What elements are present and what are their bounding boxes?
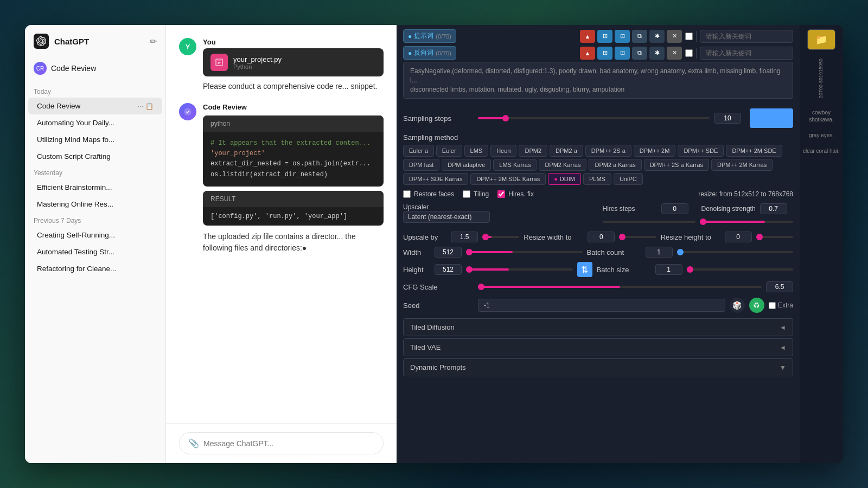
positive-prompt-row: ● 提示词 (0/75) ▲ ⊞ ⊡ ⧉ ✱ ✕	[403, 29, 793, 43]
width-slider[interactable]	[466, 247, 583, 258]
dynamic-prompts-header[interactable]: Dynamic Prompts ▼	[404, 359, 793, 376]
neg-label-text: 反向词	[414, 48, 433, 57]
method-dpmpp2msdekarras[interactable]: DPM++ 2M SDE Karras	[470, 173, 546, 185]
swap-wh-button[interactable]: ⇅	[577, 262, 592, 277]
prompt-btn-blue-1[interactable]: ⊞	[597, 30, 612, 43]
tiling-checkbox[interactable]	[463, 190, 470, 198]
tiled-vae-header[interactable]: Tiled VAE ◄	[404, 339, 793, 356]
chat-input[interactable]	[203, 439, 374, 448]
width-value[interactable]: 512	[435, 247, 462, 258]
height-value[interactable]: 512	[435, 264, 462, 275]
hires-steps-slider[interactable]	[603, 216, 696, 227]
method-lmskarras[interactable]: LMS Karras	[493, 159, 537, 171]
method-dpmppsdekarras[interactable]: DPM++ SDE Karras	[403, 173, 468, 185]
neg-btn-dark-2[interactable]: ✱	[649, 47, 665, 60]
ai-sender: Code Review	[203, 103, 384, 111]
resize-width-slider[interactable]	[619, 232, 656, 242]
denoising-value[interactable]: 0.7	[760, 203, 787, 214]
hires-steps-value[interactable]: 0	[661, 203, 688, 214]
sidebar-header: ChatGPT ✏	[25, 34, 165, 57]
method-euler[interactable]: Euler	[436, 145, 462, 157]
resize-height-slider[interactable]	[756, 232, 793, 242]
method-heun[interactable]: Heun	[490, 145, 516, 157]
chat-item-label: Utilizing Mind Maps fo...	[37, 136, 154, 144]
sidebar-brand: ChatGPT	[34, 34, 89, 49]
prompt-btn-dark-2[interactable]: ✱	[649, 30, 665, 43]
method-dpmpp2m[interactable]: DPM++ 2M	[634, 145, 676, 157]
seed-dice-button[interactable]: 🎲	[730, 298, 745, 313]
method-lms[interactable]: LMS	[464, 145, 489, 157]
chat-item-code-review[interactable]: Code Review ··· 📋	[28, 98, 162, 114]
more-icon[interactable]: ···	[138, 102, 143, 110]
prompt-btn-blue-2[interactable]: ⊡	[615, 30, 630, 43]
batch-count-slider[interactable]	[677, 247, 794, 258]
chat-item-refactoring[interactable]: Refactoring for Cleane...	[28, 260, 162, 277]
method-dpmpp2sakarras[interactable]: DPM++ 2S a Karras	[644, 159, 709, 171]
chat-item-self-running[interactable]: Creating Self-Running...	[28, 227, 162, 243]
cfg-slider[interactable]	[478, 281, 762, 292]
upscale-by-slider[interactable]	[482, 232, 519, 242]
neg-btn-dark-1[interactable]: ⧉	[632, 47, 647, 60]
chat-item-online-res[interactable]: Mastering Online Res...	[28, 196, 162, 213]
seed-label: Seed	[403, 301, 474, 310]
neg-counter: (0/75)	[436, 50, 451, 56]
restore-faces-checkbox[interactable]	[403, 190, 411, 198]
lora-checkbox[interactable]	[685, 33, 693, 40]
method-dpmpp2msde[interactable]: DPM++ 2M SDE	[726, 145, 782, 157]
code-lang-header: python	[203, 115, 384, 132]
height-slider[interactable]	[466, 264, 573, 275]
upscaler-select[interactable]: Latent (nearest-exact)	[403, 211, 490, 223]
prompt-btn-dark-1[interactable]: ⧉	[632, 30, 647, 43]
neg-btn-blue-1[interactable]: ⊞	[597, 47, 612, 60]
width-height-row: Width 512 Batch count 1	[403, 247, 793, 258]
batch-size-slider[interactable]	[687, 264, 794, 275]
sampling-steps-slider[interactable]	[478, 113, 710, 124]
denoising-slider[interactable]	[700, 216, 793, 227]
method-dpm2[interactable]: DPM2	[519, 145, 547, 157]
positive-prompt-input[interactable]	[700, 30, 793, 43]
attach-icon[interactable]: 📎	[188, 438, 199, 448]
neg-btn-red[interactable]: ▲	[580, 47, 595, 60]
method-dpmppsde[interactable]: DPM++ SDE	[678, 145, 724, 157]
method-dpmpp2mkarras[interactable]: DPM++ 2M Karras	[711, 159, 773, 171]
chat-item-automating[interactable]: Automating Your Daily...	[28, 114, 162, 131]
neg-btn-gray[interactable]: ✕	[667, 47, 682, 60]
method-unipc[interactable]: UniPC	[614, 173, 643, 185]
prompt-btn-red-1[interactable]: ▲	[580, 30, 595, 43]
method-euler-a[interactable]: Euler a	[403, 145, 434, 157]
chat-item-mindmaps[interactable]: Utilizing Mind Maps fo...	[28, 131, 162, 148]
extra-checkbox[interactable]	[769, 302, 776, 309]
method-plms[interactable]: PLMS	[583, 173, 611, 185]
seed-recycle-button[interactable]: ♻	[749, 298, 764, 313]
resize-width-value[interactable]: 0	[588, 232, 615, 242]
method-dpmadaptive[interactable]: DPM adaptive	[442, 159, 491, 171]
calendar-icon[interactable]: 📋	[145, 102, 154, 110]
neg-lora-checkbox[interactable]	[685, 49, 693, 57]
method-dpmpp2sa[interactable]: DPM++ 2S a	[585, 145, 631, 157]
batch-size-value[interactable]: 1	[655, 264, 682, 275]
tiled-diffusion-header[interactable]: Tiled Diffusion ◄	[404, 319, 793, 336]
negative-prompt-input[interactable]	[700, 47, 793, 60]
method-dpm2karras[interactable]: DPM2 Karras	[539, 159, 586, 171]
chat-item-custom-script[interactable]: Custom Script Crafting	[28, 148, 162, 165]
seed-input[interactable]	[478, 299, 725, 312]
prompt-btn-gray-1[interactable]: ✕	[667, 30, 682, 43]
hires-fix-checkbox[interactable]	[497, 190, 505, 198]
neg-btn-blue-2[interactable]: ⊡	[615, 47, 630, 60]
cfg-value[interactable]: 6.5	[766, 281, 793, 292]
resize-height-value[interactable]: 0	[725, 232, 752, 242]
method-ddim[interactable]: ●DDIM	[548, 173, 581, 185]
batch-count-value[interactable]: 1	[646, 247, 673, 258]
generate-button[interactable]	[750, 108, 793, 128]
chat-item-brainstorm[interactable]: Efficient Brainstormin...	[28, 179, 162, 196]
method-dpm2a[interactable]: DPM2 a	[550, 145, 583, 157]
edit-icon[interactable]: ✏	[150, 36, 157, 47]
method-dpm2akarras[interactable]: DPM2 a Karras	[589, 159, 641, 171]
section-yesterday: Yesterday	[25, 165, 165, 179]
folder-button[interactable]: 📁	[807, 29, 835, 50]
slider-progress	[478, 117, 506, 119]
upscale-by-value[interactable]: 1.5	[451, 232, 478, 242]
method-dpmfast[interactable]: DPM fast	[403, 159, 439, 171]
sampling-steps-value[interactable]: 10	[714, 113, 741, 124]
chat-item-auto-testing[interactable]: Automated Testing Str...	[28, 243, 162, 260]
